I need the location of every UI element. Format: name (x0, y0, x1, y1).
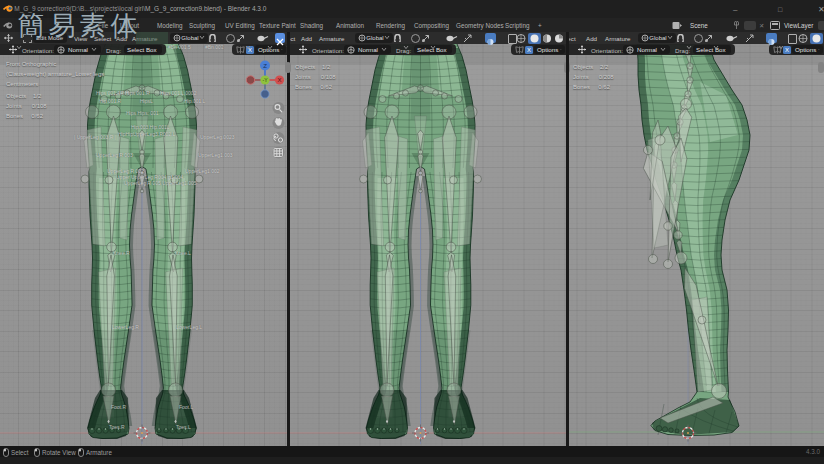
svg-text:-Y: -Y (263, 77, 269, 83)
svg-text:Z: Z (263, 63, 267, 69)
svg-text:X: X (277, 77, 281, 83)
